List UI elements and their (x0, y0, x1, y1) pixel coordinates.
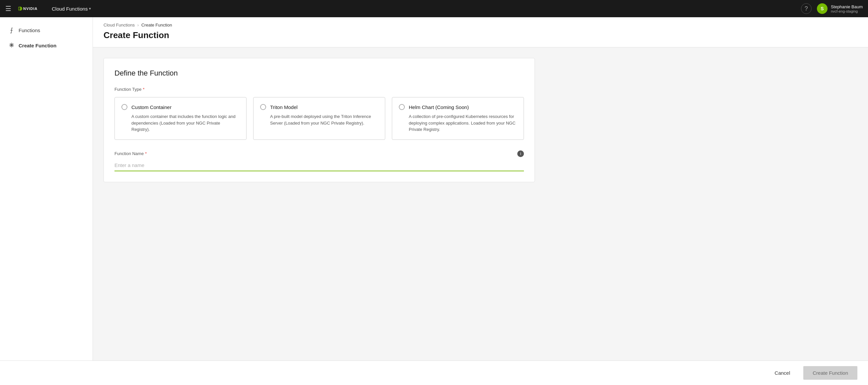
radio-helm-chart[interactable] (399, 104, 405, 110)
user-avatar: S (817, 3, 828, 14)
function-type-required: * (143, 87, 144, 92)
breadcrumb-separator: › (137, 23, 139, 28)
function-name-info-icon[interactable]: i (517, 150, 524, 157)
user-org: nvcf-eng-staging (831, 9, 863, 13)
help-icon[interactable]: ? (801, 3, 812, 14)
sidebar-item-create-function[interactable]: ✳ Create Function (0, 38, 93, 53)
type-card-helm-chart-name: Helm Chart (Coming Soon) (409, 104, 469, 110)
app-title-text: Cloud Functions (52, 6, 88, 11)
svg-text:NVIDIA: NVIDIA (23, 7, 37, 11)
app-title[interactable]: Cloud Functions ▾ (52, 6, 91, 11)
user-name: Stephanie Baum (831, 4, 863, 9)
function-name-label-row: Function Name* i (115, 150, 524, 157)
cancel-button[interactable]: Cancel (767, 367, 798, 379)
functions-icon: ⨍ (8, 27, 14, 34)
function-name-label: Function Name* (115, 151, 147, 156)
nvidia-logo: NVIDIA (17, 5, 46, 12)
app-title-chevron-icon: ▾ (89, 6, 91, 11)
user-area[interactable]: S Stephanie Baum nvcf-eng-staging (817, 3, 863, 14)
page-title: Create Function (103, 30, 857, 40)
type-card-custom-container[interactable]: Custom Container A custom container that… (115, 97, 247, 140)
breadcrumb: Cloud Functions › Create Function (103, 23, 857, 28)
sidebar-item-functions[interactable]: ⨍ Functions (0, 23, 93, 38)
main-layout: ⨍ Functions ✳ Create Function Cloud Func… (0, 17, 868, 360)
function-type-label: Function Type* (115, 87, 524, 92)
type-card-triton-model-name: Triton Model (270, 104, 298, 110)
create-function-icon: ✳ (8, 42, 14, 49)
sidebar: ⨍ Functions ✳ Create Function (0, 17, 93, 360)
page-header: Cloud Functions › Create Function Create… (93, 17, 868, 47)
form-card-title: Define the Function (115, 69, 524, 77)
menu-icon[interactable]: ☰ (5, 5, 11, 12)
form-card: Define the Function Function Type* Custo… (103, 58, 535, 182)
radio-custom-container[interactable] (121, 104, 127, 110)
function-name-required: * (145, 151, 147, 156)
sidebar-item-functions-label: Functions (19, 28, 40, 33)
user-info: Stephanie Baum nvcf-eng-staging (831, 4, 863, 13)
top-nav: ☰ NVIDIA Cloud Functions ▾ ? S Stephanie… (0, 0, 868, 17)
create-function-button[interactable]: Create Function (803, 366, 857, 380)
type-card-helm-chart-desc: A collection of pre-configured Kubernete… (399, 113, 517, 133)
function-type-grid: Custom Container A custom container that… (115, 97, 524, 140)
function-name-field: Function Name* i (115, 150, 524, 171)
breadcrumb-current: Create Function (141, 23, 172, 28)
type-card-helm-chart[interactable]: Helm Chart (Coming Soon) A collection of… (392, 97, 524, 140)
type-card-helm-chart-header: Helm Chart (Coming Soon) (399, 104, 517, 110)
type-card-triton-model[interactable]: Triton Model A pre-built model deployed … (253, 97, 385, 140)
sidebar-item-create-function-label: Create Function (19, 43, 56, 48)
form-section: Define the Function Function Type* Custo… (93, 47, 868, 193)
function-name-input[interactable] (115, 160, 524, 171)
type-card-custom-container-header: Custom Container (121, 104, 240, 110)
bottom-bar: Cancel Create Function (0, 360, 868, 385)
type-card-triton-model-desc: A pre-built model deployed using the Tri… (260, 113, 378, 126)
main-content: Cloud Functions › Create Function Create… (93, 17, 868, 360)
type-card-custom-container-name: Custom Container (131, 104, 172, 110)
type-card-triton-model-header: Triton Model (260, 104, 378, 110)
radio-triton-model[interactable] (260, 104, 266, 110)
type-card-custom-container-desc: A custom container that includes the fun… (121, 113, 240, 133)
breadcrumb-parent[interactable]: Cloud Functions (103, 23, 135, 28)
nvidia-logo-svg: NVIDIA (17, 5, 46, 12)
